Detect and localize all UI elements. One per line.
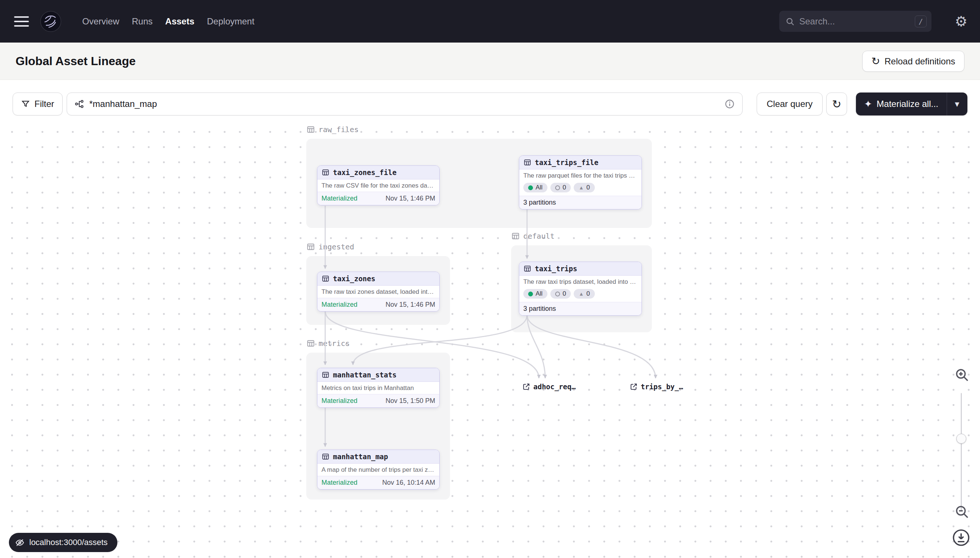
hamburger-menu-icon[interactable] (14, 16, 29, 27)
asset-name: taxi_trips_file (535, 158, 598, 166)
materialized-timestamp: Nov 15, 1:46 PM (385, 195, 435, 202)
asset-name: manhattan_map (333, 453, 388, 461)
asset-name: taxi_zones_file (333, 168, 397, 177)
asset-node-header: taxi_trips_file (519, 156, 641, 169)
asset-status-row: Materialized Nov 15, 1:46 PM (318, 192, 439, 205)
asset-description: The raw taxi trips dataset, loaded into … (519, 276, 641, 288)
gear-icon[interactable]: ⚙ (955, 15, 967, 28)
asset-status-row: Materialized Nov 15, 1:46 PM (318, 298, 439, 311)
materialize-all-button-group: ✦ Materialize all... ▾ (856, 92, 967, 115)
refresh-query-button[interactable]: ↻ (826, 92, 847, 115)
asset-node-taxi-zones-file[interactable]: taxi_zones_file The raw CSV file for the… (317, 166, 440, 205)
success-dot-icon (528, 292, 533, 296)
table-icon (523, 158, 532, 166)
page-header: Global Asset Lineage ↻ Reload definition… (0, 43, 980, 80)
asset-node-taxi-trips-file[interactable]: taxi_trips_file The raw parquet files fo… (519, 156, 642, 209)
table-icon (321, 274, 329, 283)
external-link-icon (630, 382, 638, 391)
search-icon (785, 16, 795, 26)
reload-definitions-button[interactable]: ↻ Reload definitions (862, 51, 964, 72)
global-search[interactable]: / (779, 11, 932, 32)
asset-status-row: Materialized Nov 15, 1:50 PM (318, 394, 439, 407)
asset-node-header: taxi_zones_file (318, 166, 439, 179)
filter-button[interactable]: Filter (13, 92, 63, 115)
search-input[interactable] (799, 16, 910, 27)
external-asset-adhoc-request[interactable]: adhoc_req… (522, 382, 576, 391)
status-url: localhost:3000/assets (29, 538, 108, 547)
group-icon (306, 242, 315, 251)
zoom-slider-handle[interactable] (956, 434, 966, 444)
partition-badges: All 0 ▲0 (519, 288, 641, 302)
group-label-metrics[interactable]: metrics (306, 339, 350, 348)
missing-circle-icon (555, 185, 560, 190)
asset-node-taxi-zones[interactable]: taxi_zones The raw taxi zones dataset, l… (317, 272, 440, 312)
group-icon (306, 125, 315, 134)
asset-description: The raw parquet files for the taxi trips… (519, 169, 641, 182)
materialized-status: Materialized (321, 479, 357, 487)
asset-node-header: manhattan_map (318, 450, 439, 464)
asset-name: taxi_zones (333, 274, 375, 283)
browser-status-bar: localhost:3000/assets (9, 533, 117, 552)
zoom-slider[interactable] (961, 393, 962, 510)
partition-badge-failed: ▲0 (574, 289, 595, 299)
refresh-icon: ↻ (871, 56, 880, 67)
refresh-icon: ↻ (832, 98, 841, 111)
eye-off-icon (15, 538, 25, 548)
group-label-ingested[interactable]: ingested (306, 242, 354, 251)
zoom-in-icon[interactable] (954, 367, 970, 382)
success-dot-icon (528, 185, 533, 190)
asset-selection-icon (74, 99, 84, 109)
materialize-all-button[interactable]: ✦ Materialize all... (856, 92, 947, 115)
top-nav: Overview Runs Assets Deployment / ⚙ (0, 0, 980, 43)
external-asset-trips-by[interactable]: trips_by_… (630, 382, 683, 391)
group-icon (511, 231, 520, 241)
table-icon (321, 453, 329, 461)
zoom-out-icon[interactable] (954, 504, 970, 520)
asset-description: Metrics on taxi trips in Manhattan (318, 382, 439, 394)
asset-selection-input-box[interactable] (67, 92, 743, 115)
materialize-dropdown-button[interactable]: ▾ (947, 92, 967, 115)
materialized-status: Materialized (321, 397, 357, 405)
nav-item-overview[interactable]: Overview (82, 16, 119, 27)
group-label-raw-files[interactable]: raw_files (306, 125, 359, 134)
asset-node-header: taxi_trips (519, 262, 641, 276)
asset-selection-input[interactable] (89, 99, 719, 109)
asset-node-manhattan-stats[interactable]: manhattan_stats Metrics on taxi trips in… (317, 368, 440, 408)
partition-badge-all: All (523, 183, 547, 192)
partition-count: 3 partitions (519, 196, 641, 209)
asset-node-taxi-trips[interactable]: taxi_trips The raw taxi trips dataset, l… (519, 262, 642, 316)
table-icon (321, 168, 329, 177)
warning-triangle-icon: ▲ (578, 291, 584, 296)
asset-node-header: manhattan_stats (318, 368, 439, 382)
nav-item-deployment[interactable]: Deployment (207, 16, 254, 27)
materialized-timestamp: Nov 15, 1:50 PM (385, 397, 435, 405)
group-label-default[interactable]: default (511, 231, 555, 241)
partition-count: 3 partitions (519, 302, 641, 315)
dagster-logo[interactable] (40, 11, 61, 32)
group-icon (306, 339, 315, 348)
materialized-timestamp: Nov 15, 1:46 PM (385, 301, 435, 309)
page-title: Global Asset Lineage (16, 54, 135, 68)
materialized-status: Materialized (321, 301, 357, 309)
asset-node-manhattan-map[interactable]: manhattan_map A map of the number of tri… (317, 450, 440, 489)
nav-item-runs[interactable]: Runs (132, 16, 153, 27)
clear-query-button[interactable]: Clear query (757, 92, 823, 115)
external-link-icon (522, 382, 530, 391)
partition-badge-failed: ▲0 (574, 183, 595, 192)
warning-triangle-icon: ▲ (578, 185, 584, 190)
recenter-view-button[interactable] (952, 528, 970, 547)
materialized-status: Materialized (321, 195, 357, 202)
nav-links: Overview Runs Assets Deployment (82, 16, 254, 27)
asset-name: taxi_trips (535, 264, 577, 273)
asset-description: A map of the number of trips per taxi z… (318, 464, 439, 476)
materialized-timestamp: Nov 16, 10:14 AM (382, 479, 435, 487)
info-icon[interactable] (725, 99, 735, 109)
table-icon (321, 371, 329, 379)
filter-icon (21, 100, 30, 108)
partition-badge-missing: 0 (550, 183, 571, 192)
nav-item-assets[interactable]: Assets (165, 16, 194, 27)
table-icon (523, 264, 532, 273)
chevron-down-icon: ▾ (955, 99, 959, 109)
asset-description: The raw taxi zones dataset, loaded int… (318, 286, 439, 298)
sparkle-icon: ✦ (864, 99, 872, 109)
